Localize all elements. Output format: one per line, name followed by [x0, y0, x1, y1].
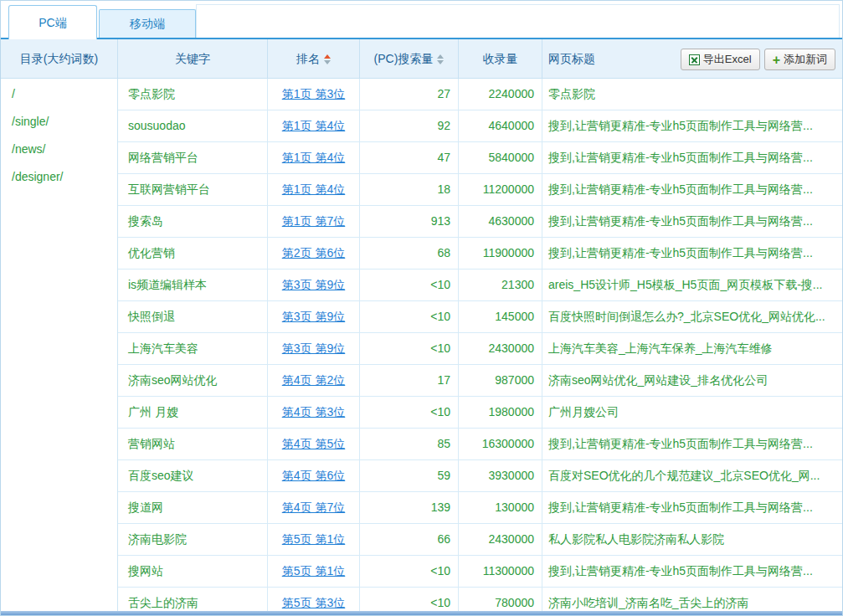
search-volume-cell: 92: [360, 110, 459, 141]
rank-link[interactable]: 第1页 第4位: [282, 119, 345, 132]
search-volume-cell: <10: [360, 270, 459, 300]
tab-mobile[interactable]: 移动端: [99, 9, 196, 38]
page-title-cell: 济南seo网站优化_网站建设_排名优化公司: [542, 365, 842, 396]
search-volume-cell: 27: [360, 79, 459, 110]
sort-desc-arrow: [324, 60, 331, 64]
page-title-cell: 搜到,让营销更精准-专业h5页面制作工具与网络营...: [542, 429, 842, 459]
rank-cell: 第4页 第7位: [268, 492, 360, 523]
col-header-keyword: 关键字: [118, 39, 268, 78]
page-title-cell: 私人影院私人电影院济南私人影院: [542, 524, 842, 555]
export-excel-button[interactable]: 导出Excel: [681, 49, 760, 70]
col-header-rank[interactable]: 排名: [268, 39, 360, 78]
directory-path-item[interactable]: /: [1, 80, 117, 108]
index-count-cell: 130000: [459, 492, 542, 523]
table-row: 广州 月嫂 第4页 第3位 <10 1980000 广州月嫂公司: [118, 397, 842, 429]
col-header-search-volume[interactable]: (PC)搜索量: [360, 39, 459, 78]
rank-link[interactable]: 第5页 第1位: [282, 532, 345, 546]
keyword-cell: 快照倒退: [118, 301, 268, 332]
keyword-cell: 百度seo建议: [118, 460, 268, 491]
horizontal-scrollbar[interactable]: [1, 611, 842, 615]
search-volume-cell: 66: [360, 524, 459, 555]
page-title-cell: 搜到,让营销更精准-专业h5页面制作工具与网络营...: [542, 556, 842, 587]
search-volume-cell: 47: [360, 142, 459, 173]
table-row: 百度seo建议 第4页 第6位 59 3930000 百度对SEO优化的几个规范…: [118, 460, 842, 492]
rank-link[interactable]: 第2页 第6位: [282, 246, 345, 259]
directory-path-item[interactable]: /designer/: [1, 163, 117, 191]
keyword-cell: 互联网营销平台: [118, 174, 268, 205]
table-row: 搜索岛 第1页 第7位 913 4630000 搜到,让营销更精准-专业h5页面…: [118, 206, 842, 238]
rank-sort-icon[interactable]: [324, 54, 331, 64]
index-count-cell: 2430000: [459, 524, 542, 555]
table-row: 营销网站 第4页 第5位 85 16300000 搜到,让营销更精准-专业h5页…: [118, 429, 842, 460]
sort-asc-arrow: [324, 54, 331, 59]
rank-link[interactable]: 第3页 第9位: [282, 341, 345, 355]
tab-pc[interactable]: PC端: [8, 5, 97, 39]
index-count-cell: 16300000: [459, 429, 542, 459]
col-header-index-count: 收录量: [459, 39, 542, 78]
keyword-cell: 搜网站: [118, 556, 268, 587]
search-volume-cell: 68: [360, 238, 459, 269]
index-count-cell: 21300: [459, 270, 542, 300]
search-volume-cell: 85: [360, 429, 459, 459]
rank-cell: 第2页 第6位: [268, 238, 360, 269]
search-volume-cell: 17: [360, 365, 459, 396]
rank-link[interactable]: 第4页 第3位: [282, 405, 345, 418]
rank-link[interactable]: 第3页 第9位: [282, 310, 345, 323]
table-row: 互联网营销平台 第1页 第4位 18 11200000 搜到,让营销更精准-专业…: [118, 174, 842, 206]
table-row: 优化营销 第2页 第6位 68 11900000 搜到,让营销更精准-专业h5页…: [118, 238, 842, 270]
rank-cell: 第4页 第5位: [268, 429, 360, 459]
index-count-cell: 987000: [459, 365, 542, 396]
page-title-cell: 百度快照时间倒退怎么办?_北京SEO优化_网站优化...: [542, 301, 842, 332]
index-count-cell: 4630000: [459, 206, 542, 237]
rank-cell: 第1页 第3位: [268, 79, 360, 110]
table-row: 济南电影院 第5页 第1位 66 2430000 私人影院私人电影院济南私人影院: [118, 524, 842, 556]
rank-cell: 第1页 第4位: [268, 174, 360, 205]
rank-cell: 第5页 第1位: [268, 524, 360, 555]
rank-link[interactable]: 第5页 第3位: [282, 596, 345, 609]
rank-link[interactable]: 第1页 第4位: [282, 151, 345, 164]
app-window: PC端 移动端 目录(大约词数) 关键字 排名 (PC)搜索量 收录量 网页标题…: [0, 0, 843, 616]
rank-link[interactable]: 第1页 第3位: [282, 87, 345, 100]
keyword-cell: 广州 月嫂: [118, 397, 268, 428]
index-count-cell: 11900000: [459, 238, 542, 269]
tab-bar-empty-area: [196, 4, 840, 38]
sort-asc-arrow: [437, 54, 444, 59]
rank-cell: 第3页 第9位: [268, 333, 360, 364]
rank-cell: 第4页 第2位: [268, 365, 360, 396]
header-toolbar: 导出Excel + 添加新词: [681, 49, 835, 70]
rank-cell: 第1页 第7位: [268, 206, 360, 237]
rank-link[interactable]: 第1页 第4位: [282, 182, 345, 196]
rank-cell: 第1页 第4位: [268, 110, 360, 141]
rank-cell: 第3页 第9位: [268, 270, 360, 300]
search-volume-cell: 139: [360, 492, 459, 523]
rank-link[interactable]: 第5页 第1位: [282, 564, 345, 578]
search-volume-sort-icon[interactable]: [437, 54, 444, 64]
page-title-cell: 广州月嫂公司: [542, 397, 842, 428]
rank-link[interactable]: 第4页 第2位: [282, 373, 345, 387]
excel-icon: [689, 54, 700, 65]
directory-path-item[interactable]: /single/: [1, 108, 117, 136]
rank-cell: 第5页 第1位: [268, 556, 360, 587]
rank-cell: 第4页 第3位: [268, 397, 360, 428]
page-title-cell: areis_H5设计师_H5模板_H5页面_网页模板下载-搜...: [542, 270, 842, 300]
keyword-cell: 优化营销: [118, 238, 268, 269]
rank-link[interactable]: 第4页 第5位: [282, 437, 345, 450]
table-row: sousuodao 第1页 第4位 92 4640000 搜到,让营销更精准-专…: [118, 110, 842, 142]
rank-link[interactable]: 第4页 第7位: [282, 501, 345, 514]
page-title-cell: 搜到,让营销更精准-专业h5页面制作工具与网络营...: [542, 174, 842, 205]
table-row: 上海汽车美容 第3页 第9位 <10 2430000 上海汽车美容_上海汽车保养…: [118, 333, 842, 365]
rank-link[interactable]: 第4页 第6位: [282, 469, 345, 482]
rank-link[interactable]: 第3页 第9位: [282, 278, 345, 291]
search-volume-cell: 18: [360, 174, 459, 205]
keyword-cell: 上海汽车美容: [118, 333, 268, 364]
directory-path-item[interactable]: /news/: [1, 136, 117, 163]
search-volume-cell: <10: [360, 397, 459, 428]
page-title-cell: 搜到,让营销更精准-专业h5页面制作工具与网络营...: [542, 142, 842, 173]
table-row: 搜网站 第5页 第1位 <10 11300000 搜到,让营销更精准-专业h5页…: [118, 556, 842, 588]
rank-link[interactable]: 第1页 第7位: [282, 214, 345, 228]
sort-desc-arrow: [437, 60, 444, 64]
index-count-cell: 11300000: [459, 556, 542, 587]
search-volume-cell: <10: [360, 333, 459, 364]
add-keyword-button[interactable]: + 添加新词: [764, 49, 835, 70]
rank-cell: 第1页 第4位: [268, 142, 360, 173]
